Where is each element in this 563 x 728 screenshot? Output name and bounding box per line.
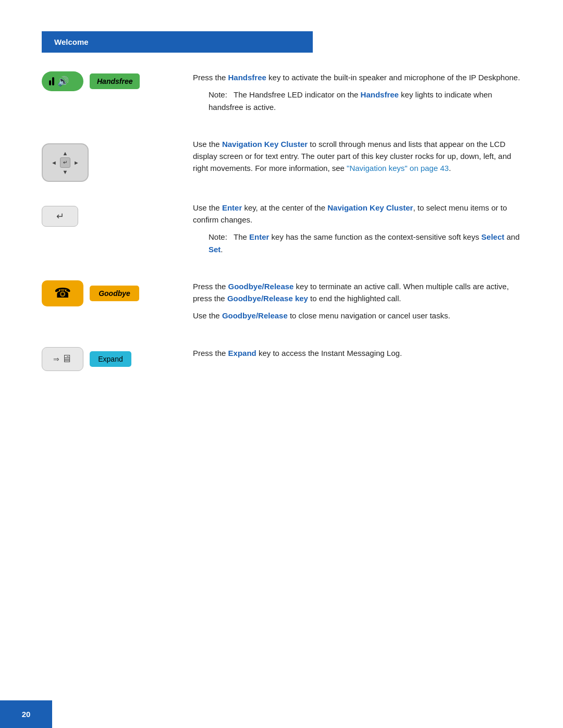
handsfree-device-icon: 🔊: [42, 71, 83, 91]
expand-icon-area: ⇒ 🖥 Expand: [42, 347, 193, 371]
nav-cluster-icon: ▲ ◄ ↵ ► ▼: [42, 143, 89, 182]
nav-bottom-row: ▼: [63, 169, 68, 175]
welcome-header: Welcome: [42, 31, 313, 53]
bar2: [52, 77, 54, 85]
expand-section: ⇒ 🖥 Expand Press the Expand key to acces…: [42, 347, 521, 371]
bar1: [49, 80, 51, 85]
right-arrow-icon: ►: [74, 159, 79, 166]
expand-label-text: Expand: [98, 355, 123, 363]
handsfree-icon-area: 🔊 Handsfree: [42, 71, 193, 91]
expand-device-icon: ⇒ 🖥: [42, 347, 83, 371]
nav-center-button: ↵: [60, 157, 70, 168]
enter-paragraph: Use the Enter key, at the center of the …: [193, 202, 521, 226]
left-arrow-icon: ◄: [51, 159, 57, 166]
handsfree-paragraph: Press the Handsfree key to activate the …: [193, 71, 521, 83]
enter-key-symbol: ↵: [56, 211, 64, 222]
nav-cluster-icon-area: ▲ ◄ ↵ ► ▼: [42, 138, 193, 182]
goodbye-paragraph1: Press the Goodbye/Release key to termina…: [193, 280, 521, 305]
nav-cluster-paragraph: Use the Navigation Key Cluster to scroll…: [193, 138, 521, 175]
handsfree-note: Note: The Handsfree LED indicator on the…: [209, 89, 521, 113]
goodbye-phone-icon: ☎: [42, 280, 83, 306]
expand-text: Press the Expand key to access the Insta…: [193, 347, 521, 364]
nav-cluster-inner: ▲ ◄ ↵ ► ▼: [51, 150, 79, 175]
welcome-title: Welcome: [54, 38, 89, 46]
goodbye-label-text: Goodbye: [99, 289, 130, 298]
enter-symbol: ↵: [63, 159, 67, 165]
handsfree-label-icon: Handsfree: [90, 73, 140, 89]
up-arrow-icon: ▲: [63, 150, 68, 156]
page-footer: 20: [0, 700, 52, 728]
handsfree-text: Press the Handsfree key to activate the …: [193, 71, 521, 118]
enter-key-icon: ↵: [42, 206, 78, 227]
goodbye-paragraph2: Use the Goodbye/Release to close menu na…: [193, 310, 521, 322]
enter-icon-area: ↵: [42, 202, 193, 227]
handsfree-label-text: Handsfree: [97, 77, 132, 85]
goodbye-label-icon: Goodbye: [90, 286, 139, 301]
page-number: 20: [22, 710, 31, 719]
enter-key-text: Use the Enter key, at the center of the …: [193, 202, 521, 261]
down-arrow-icon: ▼: [63, 169, 68, 175]
nav-center-row: ◄ ↵ ►: [51, 157, 79, 168]
handsfree-section: 🔊 Handsfree Press the Handsfree key to a…: [42, 71, 521, 118]
nav-top-row: ▲: [63, 150, 68, 156]
goodbye-text: Press the Goodbye/Release key to termina…: [193, 280, 521, 327]
expand-paragraph: Press the Expand key to access the Insta…: [193, 347, 521, 359]
expand-monitor-icon: 🖥: [62, 353, 72, 365]
goodbye-section: ☎ Goodbye Press the Goodbye/Release key …: [42, 280, 521, 327]
nav-cluster-section: ▲ ◄ ↵ ► ▼ Use the Navigation Key Clus: [42, 138, 521, 182]
expand-inner: ⇒ 🖥: [53, 353, 72, 365]
expand-label-icon: Expand: [90, 351, 131, 367]
nav-cluster-text: Use the Navigation Key Cluster to scroll…: [193, 138, 521, 180]
expand-arrow-icon: ⇒: [53, 355, 59, 363]
enter-note: Note: The Enter key has the same functio…: [209, 231, 521, 255]
speaker-icon: 🔊: [57, 76, 69, 87]
phone-handset-icon: ☎: [54, 285, 71, 301]
enter-key-section: ↵ Use the Enter key, at the center of th…: [42, 202, 521, 261]
goodbye-icon-area: ☎ Goodbye: [42, 280, 193, 306]
